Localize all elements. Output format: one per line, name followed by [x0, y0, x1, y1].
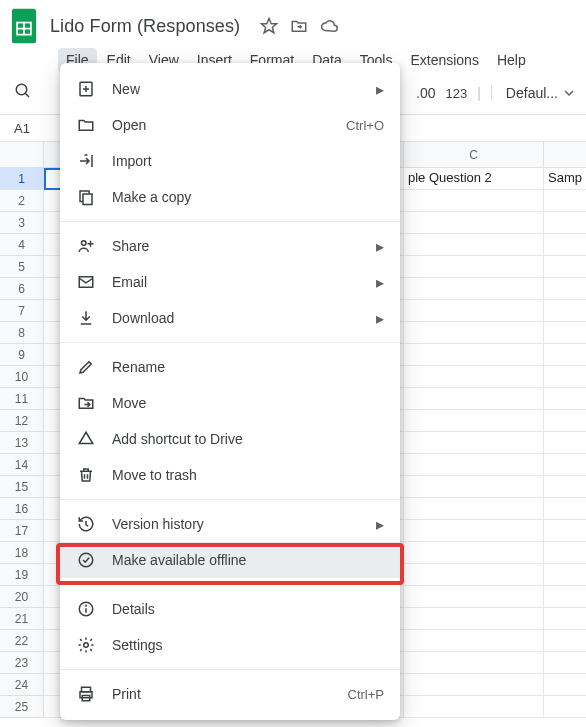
file-menu-new[interactable]: New ▸	[60, 71, 400, 107]
cell[interactable]	[404, 476, 544, 498]
cell[interactable]	[544, 520, 586, 542]
row-header[interactable]: 13	[0, 432, 44, 454]
cell[interactable]	[544, 212, 586, 234]
row-header[interactable]: 18	[0, 542, 44, 564]
row-header[interactable]: 9	[0, 344, 44, 366]
cell[interactable]	[404, 674, 544, 696]
select-all-corner[interactable]	[0, 142, 44, 168]
file-menu-trash[interactable]: Move to trash	[60, 457, 400, 493]
cell[interactable]	[404, 410, 544, 432]
file-menu-email[interactable]: Email ▸	[60, 264, 400, 300]
cell[interactable]	[404, 586, 544, 608]
cell[interactable]	[404, 564, 544, 586]
cell[interactable]	[404, 322, 544, 344]
cell[interactable]	[544, 564, 586, 586]
cell[interactable]	[404, 696, 544, 718]
cell[interactable]	[404, 454, 544, 476]
cell[interactable]	[404, 520, 544, 542]
col-header-d[interactable]	[544, 142, 586, 168]
doc-title[interactable]: Lido Form (Responses)	[50, 16, 240, 37]
cell[interactable]	[544, 674, 586, 696]
row-header[interactable]: 19	[0, 564, 44, 586]
cell[interactable]	[404, 256, 544, 278]
cell[interactable]	[544, 696, 586, 718]
cell[interactable]	[404, 630, 544, 652]
file-menu-open[interactable]: Open Ctrl+O	[60, 107, 400, 143]
cell[interactable]	[404, 190, 544, 212]
cell[interactable]	[544, 190, 586, 212]
file-menu-details[interactable]: Details	[60, 591, 400, 627]
cell[interactable]	[544, 234, 586, 256]
file-menu-make-copy[interactable]: Make a copy	[60, 179, 400, 215]
row-header[interactable]: 25	[0, 696, 44, 718]
row-header[interactable]: 14	[0, 454, 44, 476]
cell[interactable]	[544, 586, 586, 608]
menu-help[interactable]: Help	[489, 48, 534, 72]
row-header[interactable]: 11	[0, 388, 44, 410]
cell[interactable]	[404, 542, 544, 564]
move-folder-icon[interactable]	[290, 17, 308, 35]
cell[interactable]	[404, 344, 544, 366]
row-header[interactable]: 4	[0, 234, 44, 256]
row-header[interactable]: 23	[0, 652, 44, 674]
cell[interactable]	[404, 278, 544, 300]
cell[interactable]	[544, 608, 586, 630]
file-menu-offline[interactable]: Make available offline	[60, 542, 400, 578]
cell[interactable]	[404, 234, 544, 256]
row-header[interactable]: 2	[0, 190, 44, 212]
toolbar-decimal-frag[interactable]: .00	[416, 85, 435, 101]
row-header[interactable]: 6	[0, 278, 44, 300]
sheets-logo[interactable]	[8, 6, 40, 46]
cloud-status-icon[interactable]	[320, 17, 338, 35]
name-box[interactable]: A1	[0, 117, 44, 140]
cell[interactable]	[544, 366, 586, 388]
file-menu-share[interactable]: Share ▸	[60, 228, 400, 264]
row-header[interactable]: 24	[0, 674, 44, 696]
row-header[interactable]: 3	[0, 212, 44, 234]
col-header-c[interactable]: C	[404, 142, 544, 168]
row-header[interactable]: 7	[0, 300, 44, 322]
row-header[interactable]: 1	[0, 168, 44, 190]
font-family-select[interactable]: Defaul...	[491, 85, 574, 101]
cell[interactable]	[544, 476, 586, 498]
cell[interactable]	[544, 432, 586, 454]
cell[interactable]	[544, 630, 586, 652]
cell[interactable]	[544, 278, 586, 300]
row-header[interactable]: 17	[0, 520, 44, 542]
row-header[interactable]: 21	[0, 608, 44, 630]
cell[interactable]	[544, 498, 586, 520]
file-menu-add-shortcut[interactable]: Add shortcut to Drive	[60, 421, 400, 457]
cell[interactable]	[544, 410, 586, 432]
cell[interactable]	[544, 300, 586, 322]
file-menu-rename[interactable]: Rename	[60, 349, 400, 385]
row-header[interactable]: 22	[0, 630, 44, 652]
cell[interactable]: Samp	[544, 168, 586, 190]
row-header[interactable]: 12	[0, 410, 44, 432]
cell[interactable]	[404, 608, 544, 630]
cell[interactable]	[544, 388, 586, 410]
menu-extensions[interactable]: Extensions	[402, 48, 486, 72]
file-menu-move[interactable]: Move	[60, 385, 400, 421]
cell[interactable]	[404, 300, 544, 322]
row-header[interactable]: 5	[0, 256, 44, 278]
file-menu-import[interactable]: Import	[60, 143, 400, 179]
cell[interactable]	[404, 652, 544, 674]
cell[interactable]	[404, 366, 544, 388]
row-header[interactable]: 8	[0, 322, 44, 344]
cell[interactable]	[544, 652, 586, 674]
file-menu-download[interactable]: Download ▸	[60, 300, 400, 336]
row-header[interactable]: 15	[0, 476, 44, 498]
file-menu-version-history[interactable]: Version history ▸	[60, 506, 400, 542]
cell[interactable]	[544, 344, 586, 366]
cell[interactable]	[404, 388, 544, 410]
cell[interactable]	[544, 454, 586, 476]
cell[interactable]	[544, 322, 586, 344]
cell[interactable]	[404, 498, 544, 520]
cell[interactable]	[404, 432, 544, 454]
file-menu-print[interactable]: Print Ctrl+P	[60, 676, 400, 712]
search-menus-icon[interactable]	[14, 82, 32, 104]
cell[interactable]	[544, 542, 586, 564]
cell[interactable]: ple Question 2	[404, 168, 544, 190]
row-header[interactable]: 20	[0, 586, 44, 608]
cell[interactable]	[544, 256, 586, 278]
